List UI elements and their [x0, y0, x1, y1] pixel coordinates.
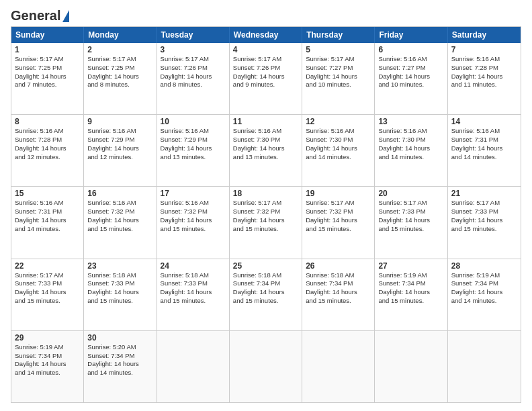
day-info: Sunrise: 5:17 AMSunset: 7:25 PMDaylight:…	[15, 55, 80, 89]
day-cell: 13Sunrise: 5:16 AMSunset: 7:30 PMDayligh…	[375, 115, 447, 186]
day-number: 13	[378, 117, 443, 126]
day-cell: 5Sunrise: 5:17 AMSunset: 7:27 PMDaylight…	[302, 43, 375, 114]
day-cell: 25Sunrise: 5:18 AMSunset: 7:34 PMDayligh…	[230, 259, 302, 330]
day-number: 28	[451, 261, 517, 271]
day-number: 4	[233, 45, 298, 54]
day-cell: 8Sunrise: 5:16 AMSunset: 7:28 PMDaylight…	[11, 115, 84, 186]
week-row-1: 1Sunrise: 5:17 AMSunset: 7:25 PMDaylight…	[11, 43, 521, 114]
day-cell: 1Sunrise: 5:17 AMSunset: 7:25 PMDaylight…	[11, 43, 84, 114]
day-cell: 12Sunrise: 5:16 AMSunset: 7:30 PMDayligh…	[302, 115, 375, 186]
day-number: 25	[233, 261, 298, 271]
day-cell	[375, 331, 447, 402]
day-number: 18	[233, 189, 298, 198]
day-number: 16	[87, 189, 152, 198]
day-number: 12	[306, 117, 371, 126]
week-row-2: 8Sunrise: 5:16 AMSunset: 7:28 PMDaylight…	[11, 114, 521, 186]
day-cell: 20Sunrise: 5:17 AMSunset: 7:33 PMDayligh…	[375, 187, 447, 258]
day-info: Sunrise: 5:18 AMSunset: 7:34 PMDaylight:…	[306, 271, 371, 306]
day-info: Sunrise: 5:16 AMSunset: 7:31 PMDaylight:…	[451, 127, 517, 161]
day-cell: 10Sunrise: 5:16 AMSunset: 7:29 PMDayligh…	[157, 115, 230, 186]
day-number: 19	[306, 189, 371, 198]
day-cell: 30Sunrise: 5:20 AMSunset: 7:34 PMDayligh…	[84, 331, 157, 402]
day-info: Sunrise: 5:17 AMSunset: 7:33 PMDaylight:…	[378, 199, 443, 233]
day-cell: 27Sunrise: 5:19 AMSunset: 7:34 PMDayligh…	[375, 259, 447, 330]
day-info: Sunrise: 5:16 AMSunset: 7:30 PMDaylight:…	[306, 127, 371, 161]
calendar-header: Sunday Monday Tuesday Wednesday Thursday…	[11, 27, 521, 43]
header-saturday: Saturday	[448, 27, 521, 43]
day-number: 7	[451, 45, 517, 54]
day-info: Sunrise: 5:17 AMSunset: 7:33 PMDaylight:…	[15, 271, 80, 306]
day-number: 30	[87, 333, 152, 342]
day-info: Sunrise: 5:16 AMSunset: 7:29 PMDaylight:…	[87, 127, 152, 161]
day-number: 3	[161, 45, 226, 54]
calendar: Sunday Monday Tuesday Wednesday Thursday…	[11, 26, 521, 403]
logo: General	[11, 8, 69, 21]
header: General	[11, 8, 521, 21]
day-cell: 26Sunrise: 5:18 AMSunset: 7:34 PMDayligh…	[302, 259, 375, 330]
day-cell: 29Sunrise: 5:19 AMSunset: 7:34 PMDayligh…	[11, 331, 84, 402]
day-cell: 9Sunrise: 5:16 AMSunset: 7:29 PMDaylight…	[84, 115, 157, 186]
day-number: 29	[15, 333, 80, 342]
page: General Sunday Monday Tuesday Wednesday …	[0, 0, 532, 411]
day-cell: 3Sunrise: 5:17 AMSunset: 7:26 PMDaylight…	[157, 43, 230, 114]
header-sunday: Sunday	[11, 27, 84, 43]
week-row-3: 15Sunrise: 5:16 AMSunset: 7:31 PMDayligh…	[11, 186, 521, 258]
logo-triangle-icon	[62, 10, 69, 22]
day-info: Sunrise: 5:17 AMSunset: 7:33 PMDaylight:…	[451, 199, 517, 233]
day-cell: 15Sunrise: 5:16 AMSunset: 7:31 PMDayligh…	[11, 187, 84, 258]
day-info: Sunrise: 5:16 AMSunset: 7:32 PMDaylight:…	[161, 199, 226, 233]
day-number: 10	[161, 117, 226, 126]
day-info: Sunrise: 5:19 AMSunset: 7:34 PMDaylight:…	[451, 271, 517, 306]
day-number: 17	[161, 189, 226, 198]
day-info: Sunrise: 5:18 AMSunset: 7:33 PMDaylight:…	[87, 271, 152, 306]
day-cell: 22Sunrise: 5:17 AMSunset: 7:33 PMDayligh…	[11, 259, 84, 330]
day-cell: 6Sunrise: 5:16 AMSunset: 7:27 PMDaylight…	[375, 43, 447, 114]
day-cell	[157, 331, 230, 402]
day-number: 14	[451, 117, 517, 126]
day-cell: 28Sunrise: 5:19 AMSunset: 7:34 PMDayligh…	[448, 259, 521, 330]
day-cell	[230, 331, 302, 402]
day-cell	[302, 331, 375, 402]
day-info: Sunrise: 5:17 AMSunset: 7:32 PMDaylight:…	[233, 199, 298, 233]
day-number: 2	[87, 45, 152, 54]
header-thursday: Thursday	[302, 27, 375, 43]
day-number: 24	[161, 261, 226, 271]
day-number: 11	[233, 117, 298, 126]
day-info: Sunrise: 5:17 AMSunset: 7:27 PMDaylight:…	[306, 55, 371, 89]
day-info: Sunrise: 5:19 AMSunset: 7:34 PMDaylight:…	[15, 343, 80, 377]
header-tuesday: Tuesday	[157, 27, 230, 43]
day-info: Sunrise: 5:16 AMSunset: 7:30 PMDaylight:…	[233, 127, 298, 161]
day-number: 20	[378, 189, 443, 198]
day-number: 22	[15, 261, 80, 271]
day-cell: 4Sunrise: 5:17 AMSunset: 7:26 PMDaylight…	[230, 43, 302, 114]
day-info: Sunrise: 5:17 AMSunset: 7:32 PMDaylight:…	[306, 199, 371, 233]
header-friday: Friday	[375, 27, 447, 43]
day-info: Sunrise: 5:16 AMSunset: 7:29 PMDaylight:…	[161, 127, 226, 161]
day-cell: 14Sunrise: 5:16 AMSunset: 7:31 PMDayligh…	[448, 115, 521, 186]
day-info: Sunrise: 5:16 AMSunset: 7:28 PMDaylight:…	[451, 55, 517, 89]
day-info: Sunrise: 5:16 AMSunset: 7:31 PMDaylight:…	[15, 199, 80, 233]
day-number: 9	[87, 117, 152, 126]
day-number: 6	[378, 45, 443, 54]
day-cell	[448, 331, 521, 402]
day-info: Sunrise: 5:17 AMSunset: 7:25 PMDaylight:…	[87, 55, 152, 89]
week-row-4: 22Sunrise: 5:17 AMSunset: 7:33 PMDayligh…	[11, 259, 521, 330]
day-info: Sunrise: 5:16 AMSunset: 7:27 PMDaylight:…	[378, 55, 443, 89]
day-cell: 23Sunrise: 5:18 AMSunset: 7:33 PMDayligh…	[84, 259, 157, 330]
day-info: Sunrise: 5:19 AMSunset: 7:34 PMDaylight:…	[378, 271, 443, 306]
day-number: 5	[306, 45, 371, 54]
day-info: Sunrise: 5:20 AMSunset: 7:34 PMDaylight:…	[87, 343, 152, 377]
day-cell: 18Sunrise: 5:17 AMSunset: 7:32 PMDayligh…	[230, 187, 302, 258]
day-info: Sunrise: 5:18 AMSunset: 7:33 PMDaylight:…	[161, 271, 226, 306]
calendar-body: 1Sunrise: 5:17 AMSunset: 7:25 PMDaylight…	[11, 43, 521, 402]
day-info: Sunrise: 5:16 AMSunset: 7:30 PMDaylight:…	[378, 127, 443, 161]
day-number: 15	[15, 189, 80, 198]
day-cell: 2Sunrise: 5:17 AMSunset: 7:25 PMDaylight…	[84, 43, 157, 114]
day-info: Sunrise: 5:16 AMSunset: 7:28 PMDaylight:…	[15, 127, 80, 161]
day-cell: 24Sunrise: 5:18 AMSunset: 7:33 PMDayligh…	[157, 259, 230, 330]
day-cell: 17Sunrise: 5:16 AMSunset: 7:32 PMDayligh…	[157, 187, 230, 258]
day-number: 1	[15, 45, 80, 54]
day-number: 23	[87, 261, 152, 271]
header-wednesday: Wednesday	[230, 27, 302, 43]
day-cell: 16Sunrise: 5:16 AMSunset: 7:32 PMDayligh…	[84, 187, 157, 258]
